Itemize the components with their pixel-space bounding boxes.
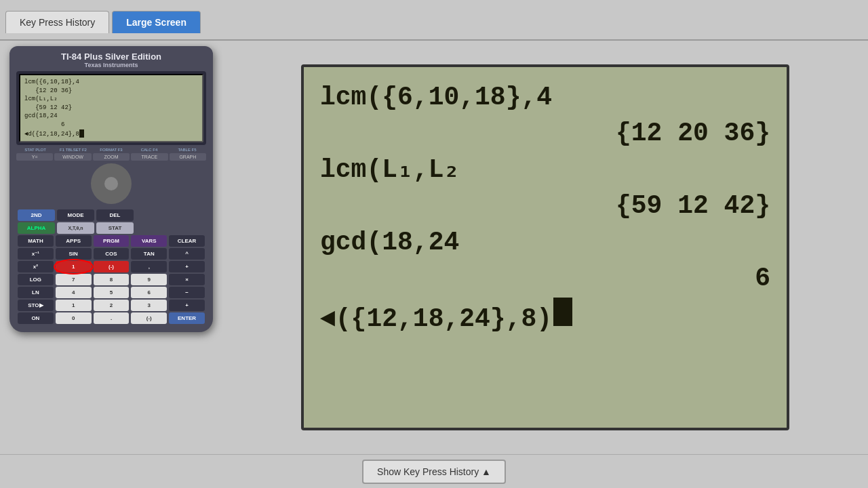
btn-7[interactable]: 7 (56, 274, 92, 285)
large-screen-line-3: lcm(L₁,L₂ (320, 153, 770, 186)
btn-xthn[interactable]: X,T,θ,n (57, 222, 94, 234)
btn-xsq[interactable]: x² (18, 261, 54, 272)
calc-screen-line-3: lcm(L₁,L₂ (24, 95, 198, 104)
btn-ln[interactable]: LN (18, 287, 54, 298)
btn-dot[interactable]: . (94, 312, 130, 324)
btn-6[interactable]: 6 (131, 287, 167, 298)
btn-apps[interactable]: APPS (56, 235, 92, 247)
btn-mode[interactable]: MODE (57, 209, 94, 221)
show-key-press-history-button[interactable]: Show Key Press History ▲ (362, 460, 506, 484)
btn-power[interactable]: ^ (169, 248, 205, 260)
btn-8[interactable]: 8 (94, 274, 130, 285)
main-area: TI-84 Plus Silver Edition Texas Instrume… (0, 41, 868, 454)
calc-screen-line-5: gcd(18,24 (24, 112, 198, 121)
btn-on[interactable]: ON (18, 312, 54, 324)
btn-3[interactable]: 3 (131, 300, 167, 311)
dpad-area (15, 163, 208, 204)
calculator: TI-84 Plus Silver Edition Texas Instrume… (9, 46, 213, 332)
btn-mult[interactable]: × (169, 274, 205, 285)
bottom-bar: Show Key Press History ▲ (0, 454, 868, 488)
btn-cos[interactable]: COS (94, 248, 130, 260)
large-screen-line-4: {59 12 42} (320, 189, 770, 222)
btn-graph[interactable]: GRAPH (170, 153, 206, 161)
large-screen-display: lcm({6,10,18},4 {12 20 36} lcm(L₁,L₂ {59… (301, 64, 789, 430)
btn-9[interactable]: 9 (131, 274, 167, 285)
btn-alpha[interactable]: ALPHA (18, 222, 55, 234)
btn-neg-active[interactable]: (-) (94, 261, 130, 272)
calc-brand: Texas Instruments (15, 62, 208, 68)
btn-plus-bottom[interactable]: + (169, 300, 205, 311)
btn-row-5: x² 1 (-) , + (18, 261, 205, 272)
btn-trace[interactable]: TRACE (131, 153, 167, 161)
btn-0[interactable]: 0 (56, 312, 92, 324)
left-panel: TI-84 Plus Silver Edition Texas Instrume… (0, 41, 222, 454)
btn-sto[interactable]: STO▶ (18, 300, 54, 311)
calc-screen-line-2: {12 20 36} (24, 87, 198, 96)
large-screen-line-7: ◄({12,18,24},8) (320, 298, 770, 336)
large-screen-line-6: 6 (320, 262, 770, 295)
btn-del[interactable]: DEL (96, 209, 134, 221)
calc-screen-line-1: lcm({6,10,18},4 (24, 78, 198, 87)
right-panel: lcm({6,10,18},4 {12 20 36} lcm(L₁,L₂ {59… (222, 41, 868, 454)
large-screen-line-1: lcm({6,10,18},4 (320, 81, 770, 114)
btn-1[interactable]: 1 (56, 261, 92, 272)
btn-comma[interactable]: , (131, 261, 167, 272)
btn-sin[interactable]: SIN (56, 248, 92, 260)
btn-2nd[interactable]: 2ND (18, 209, 55, 221)
calc-cursor (79, 129, 84, 138)
btn-section: 2ND MODE DEL ALPHA X,T,θ,n STAT MATH APP… (15, 207, 208, 327)
btn-enter[interactable]: ENTER (169, 312, 205, 324)
dpad[interactable] (91, 163, 132, 204)
func-btn-row: Y= WINDOW ZOOM TRACE GRAPH (15, 153, 208, 161)
btn-row-1: 2ND MODE DEL (18, 209, 205, 221)
btn-2[interactable]: 2 (94, 300, 130, 311)
btn-prgm[interactable]: PRGM (94, 235, 130, 247)
large-screen-line-2: {12 20 36} (320, 117, 770, 150)
calc-screen-outer: lcm({6,10,18},4 {12 20 36} lcm(L₁,L₂ {59… (16, 71, 206, 145)
btn-tan[interactable]: TAN (131, 248, 167, 260)
tab-key-press-history[interactable]: Key Press History (5, 11, 109, 33)
btn-4[interactable]: 4 (56, 287, 92, 298)
large-screen-container: lcm({6,10,18},4 {12 20 36} lcm(L₁,L₂ {59… (233, 49, 857, 446)
large-screen-line-5: gcd(18,24 (320, 226, 770, 259)
btn-log[interactable]: LOG (18, 274, 54, 285)
calc-screen-line-7: ◄d({12,18,24},8 (24, 129, 198, 139)
btn-1-num[interactable]: 1 (56, 300, 92, 311)
btn-math[interactable]: MATH (18, 235, 54, 247)
btn-neg[interactable]: (-) (131, 312, 167, 324)
large-screen-cursor (553, 298, 572, 326)
btn-stat[interactable]: STAT (96, 222, 134, 234)
calc-screen-line-6: 6 (24, 121, 198, 129)
calc-screen: lcm({6,10,18},4 {12 20 36} lcm(L₁,L₂ {59… (19, 74, 203, 142)
btn-5[interactable]: 5 (94, 287, 130, 298)
btn-clear[interactable]: CLEAR (169, 235, 205, 247)
func-label-row: STAT PLOT F1 TBLSET F2 FORMAT F3 CALC F4… (15, 148, 208, 152)
btn-vars[interactable]: VARS (131, 235, 167, 247)
btn-row-4: x⁻¹ SIN COS TAN ^ (18, 248, 205, 260)
calc-screen-line-4: {59 12 42} (24, 104, 198, 113)
btn-row-8: STO▶ 1 2 3 + (18, 300, 205, 311)
btn-window[interactable]: WINDOW (54, 153, 91, 161)
btn-xinv[interactable]: x⁻¹ (18, 248, 54, 260)
tab-bar: Key Press History Large Screen (0, 0, 868, 41)
calc-header: TI-84 Plus Silver Edition Texas Instrume… (15, 52, 208, 68)
tab-large-screen[interactable]: Large Screen (112, 11, 201, 33)
btn-row-9: ON 0 . (-) ENTER (18, 312, 205, 324)
btn-row-2: ALPHA X,T,θ,n STAT (18, 222, 205, 234)
btn-plus-top[interactable]: + (169, 261, 205, 272)
btn-row-3: MATH APPS PRGM VARS CLEAR (18, 235, 205, 247)
btn-y=[interactable]: Y= (16, 153, 53, 161)
btn-minus[interactable]: − (169, 287, 205, 298)
btn-row-6: LOG 7 8 9 × (18, 274, 205, 285)
btn-zoom[interactable]: ZOOM (93, 153, 130, 161)
calc-model: TI-84 Plus Silver Edition (15, 52, 208, 62)
btn-row-7: LN 4 5 6 − (18, 287, 205, 298)
